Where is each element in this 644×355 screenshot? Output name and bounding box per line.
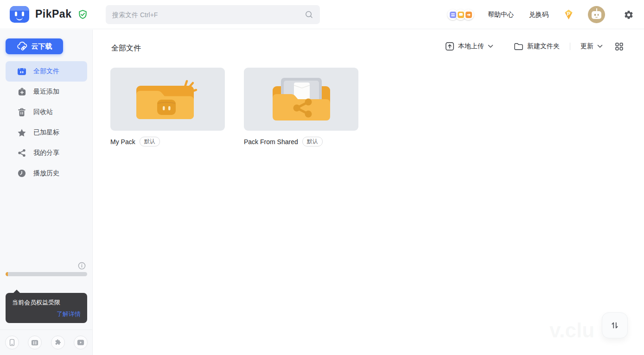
help-center-link[interactable]: 帮助中心: [488, 11, 514, 19]
storage-info-icon[interactable]: [78, 262, 86, 272]
redeem-code-link[interactable]: 兑换码: [529, 11, 548, 19]
sidebar-item-play-history[interactable]: 播放历史: [6, 163, 87, 184]
toolbar-divider: [570, 43, 570, 50]
sidebar-item-all-files[interactable]: 全部文件: [6, 61, 87, 82]
sidebar-item-label: 全部文件: [33, 67, 59, 76]
client-apps-row: [0, 330, 93, 355]
sidebar-item-recent-added[interactable]: 最近添加: [6, 82, 87, 102]
membership-tooltip: 当前会员权益受限 了解详情: [6, 293, 87, 323]
folder-icon: [514, 42, 523, 51]
chevron-down-icon: [488, 44, 493, 48]
grid-view-icon[interactable]: [615, 42, 624, 51]
search-icon[interactable]: [305, 10, 313, 19]
sidebar-item-trash[interactable]: 回收站: [6, 102, 87, 122]
default-badge: 默认: [140, 137, 160, 146]
search-input[interactable]: [112, 11, 305, 19]
sort-arrows-icon: [610, 320, 620, 330]
video-channel-icon[interactable]: [74, 336, 88, 349]
sidebar-item-label: 播放历史: [33, 169, 59, 178]
default-badge: 默认: [302, 137, 323, 146]
new-folder-label: 新建文件夹: [527, 42, 560, 51]
promo-app-arrow-icon[interactable]: [463, 9, 474, 20]
promo-apps-group[interactable]: [447, 9, 474, 20]
upload-icon: [445, 42, 454, 51]
sort-order-button[interactable]: [602, 312, 628, 338]
sidebar: 云下载 全部文件 最近添加: [0, 30, 93, 355]
folder-card-pack-from-shared: Pack From Shared 默认: [244, 68, 358, 146]
sidebar-item-label: 最近添加: [33, 88, 59, 96]
storage-quota-used: [6, 272, 8, 276]
premium-gem-icon[interactable]: P: [562, 8, 575, 21]
folder-card-my-pack: My Pack 默认: [110, 68, 225, 146]
page-title: 全部文件: [111, 44, 141, 53]
all-files-icon: [17, 67, 26, 76]
tv-app-icon[interactable]: [28, 336, 42, 349]
security-shield-icon: [77, 9, 88, 22]
trash-icon: [17, 108, 26, 117]
sidebar-item-label: 已加星标: [33, 128, 59, 137]
update-button[interactable]: 更新: [580, 42, 603, 51]
shared-folder-icon: [271, 78, 332, 120]
sidebar-item-label: 我的分享: [33, 149, 59, 157]
new-folder-button[interactable]: 新建文件夹: [514, 42, 560, 51]
storage-quota-bar: [6, 272, 87, 276]
sidebar-item-my-shares[interactable]: 我的分享: [6, 143, 87, 163]
sidebar-nav: 全部文件 最近添加 回收站: [6, 61, 87, 184]
tooltip-text: 当前会员权益受限: [12, 298, 81, 307]
cloud-link-icon: [17, 42, 28, 51]
brand-title: PikPak: [35, 8, 71, 20]
cloud-download-button[interactable]: 云下载: [6, 38, 63, 54]
pikpak-logo-icon[interactable]: [10, 6, 29, 23]
robot-folder-icon: [135, 78, 200, 120]
tooltip-detail-link[interactable]: 了解详情: [57, 310, 81, 318]
local-upload-button[interactable]: 本地上传: [445, 42, 493, 51]
update-label: 更新: [580, 42, 593, 51]
star-icon: [17, 128, 26, 137]
sidebar-item-label: 回收站: [33, 108, 53, 116]
toolbar: 本地上传 新建文件夹 更新: [445, 42, 624, 51]
local-upload-label: 本地上传: [458, 42, 484, 51]
chevron-down-icon: [597, 44, 603, 48]
share-icon: [17, 148, 26, 158]
settings-gear-icon[interactable]: [624, 10, 634, 20]
mobile-app-icon[interactable]: [5, 336, 19, 349]
svg-text:P: P: [567, 11, 570, 17]
sidebar-item-starred[interactable]: 已加星标: [6, 122, 87, 143]
main-content: 全部文件 本地上传 新建文件夹 更新: [93, 30, 644, 355]
browser-extension-icon[interactable]: [51, 336, 65, 349]
cloud-download-label: 云下载: [32, 42, 52, 51]
history-clock-icon: [17, 169, 26, 178]
folder-name[interactable]: Pack From Shared: [244, 138, 298, 146]
user-avatar[interactable]: [588, 6, 605, 23]
folder-thumbnail[interactable]: [110, 68, 225, 131]
folder-name[interactable]: My Pack: [110, 138, 135, 146]
folder-grid: My Pack 默认: [110, 68, 358, 146]
search-bar: [106, 5, 320, 24]
folder-thumbnail[interactable]: [244, 68, 358, 131]
top-header: PikPak 帮助中心 兑换码 P: [0, 0, 644, 29]
recent-added-icon: [17, 87, 26, 96]
